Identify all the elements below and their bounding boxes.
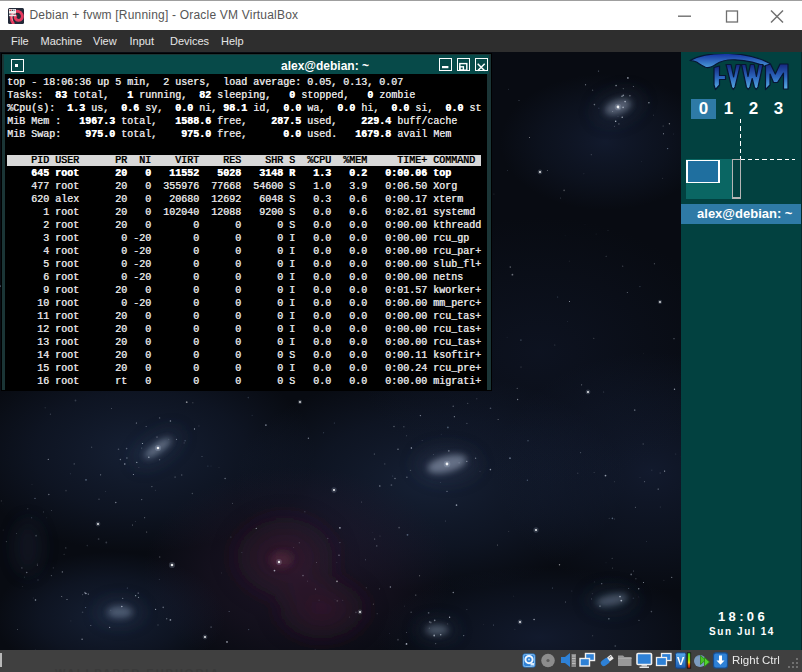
svg-text:V: V [677,655,685,667]
